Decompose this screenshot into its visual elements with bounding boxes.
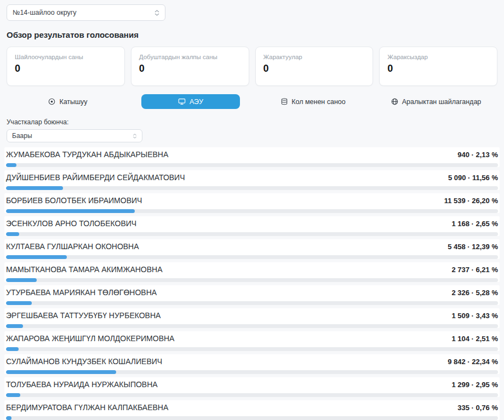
district-select[interactable]: №14-шайлоо округу — [7, 4, 165, 21]
candidate-row: МАМЫТКАНОВА ТАМАРА АКИМЖАНОВНА 2 737 · 6… — [4, 262, 500, 282]
candidate-result: 1 168 · 2,65 % — [451, 220, 498, 228]
candidate-name: СУЛАЙМАНОВ КУНДУЗБЕК КОШАЛИЕВИЧ — [6, 357, 162, 366]
candidate-bar-fill — [6, 209, 135, 213]
candidate-name: ТОЛУБАЕВА НУРАИДА НУРЖАКЫПОВНА — [6, 380, 158, 389]
candidate-bar-fill — [6, 347, 19, 351]
candidate-result: 335 · 0,76 % — [457, 404, 498, 412]
candidate-bar-fill — [6, 370, 116, 374]
candidate-name: ЭСЕНКУЛОВ АРНО ТОЛОБЕКОВИЧ — [6, 219, 136, 228]
candidate-bar-track — [6, 324, 498, 328]
candidate-name: БОРБИЕВ БОЛОТБЕК ИБРАИМОВИЧ — [6, 196, 142, 205]
select-chevrons-icon — [154, 10, 159, 16]
candidate-bar-track — [6, 232, 498, 236]
candidate-result: 940 · 2,13 % — [457, 151, 498, 159]
candidate-bar-track — [6, 416, 498, 420]
candidate-row: ЖУМАБЕКОВА ТУРДУКАН АБДЫКАРЫЕВНА 940 · 2… — [4, 147, 500, 167]
tab-turnout[interactable]: Катышуу — [7, 94, 129, 109]
candidate-bar-track — [6, 209, 498, 213]
precinct-filter-label: Участкалар боюнча: — [7, 118, 504, 126]
stat-value: 0 — [15, 63, 117, 74]
monitor-icon — [178, 98, 186, 105]
candidate-result: 5 458 · 12,39 % — [448, 243, 498, 251]
candidate-result: 1 509 · 3,43 % — [451, 312, 498, 320]
candidate-result: 2 326 · 5,28 % — [451, 289, 498, 297]
candidate-bar-fill — [6, 163, 16, 167]
page-title: Обзор результатов голосования — [7, 30, 504, 39]
select-chevrons-icon — [133, 134, 137, 139]
candidate-bar-fill — [6, 232, 19, 236]
tab-label: Катышуу — [59, 98, 87, 106]
stat-label: Добуштардын жалпы саны — [139, 54, 241, 60]
candidate-name: ЭРГЕШБАЕВА ТАТТУУБҮБҮ НУРБЕКОВНА — [6, 311, 161, 320]
globe-icon — [391, 98, 398, 105]
precinct-select[interactable]: Баары — [7, 129, 142, 142]
candidate-result: 2 737 · 6,21 % — [451, 266, 498, 274]
candidate-bar-fill — [6, 186, 63, 190]
candidate-bar-track — [6, 370, 498, 374]
candidate-name: КУЛТАЕВА ГУЛШАРКАН ОКОНОВНА — [6, 242, 139, 251]
candidate-row: ЖАПАРОВА ЖЕҢИШГҮЛ МОЛДОКЕРИМОВНА 1 104 ·… — [4, 331, 500, 351]
page: №14-шайлоо округу Обзор результатов голо… — [0, 4, 504, 420]
tab-aeu[interactable]: АЭУ — [141, 94, 239, 109]
tab-label: Аралыктан шайлагандар — [402, 98, 482, 106]
tab-remote-voters[interactable]: Аралыктан шайлагандар — [375, 94, 497, 109]
precinct-select-value: Баары — [12, 132, 32, 140]
candidate-bar-fill — [6, 278, 37, 282]
candidate-row: ДУЙШЕНБИЕВ РАЙИМБЕРДИ СЕЙДАКМАТОВИЧ 5 09… — [4, 170, 500, 190]
stat-value: 0 — [387, 63, 489, 74]
candidate-bar-track — [6, 393, 498, 397]
stat-label: Шайлоочулардын саны — [15, 54, 117, 60]
tabs: Катышуу АЭУ Кол менен саноо Аралыктан ша… — [7, 94, 497, 109]
turnout-icon — [48, 98, 55, 105]
candidate-row: ТОЛУБАЕВА НУРАИДА НУРЖАКЫПОВНА 1 299 · 2… — [4, 377, 500, 397]
candidate-bar-track — [6, 278, 498, 282]
candidate-name: МАМЫТКАНОВА ТАМАРА АКИМЖАНОВНА — [6, 265, 163, 274]
candidate-name: БЕРДИМУРАТОВА ГҮЛЖАН КАЛПАКБАЕВНА — [6, 403, 168, 412]
stat-cards: Шайлоочулардын саны 0 Добуштардын жалпы … — [7, 47, 497, 86]
candidate-row: ЭРГЕШБАЕВА ТАТТУУБҮБҮ НУРБЕКОВНА 1 509 ·… — [4, 308, 500, 328]
candidate-bar-track — [6, 163, 498, 167]
candidate-result: 11 539 · 26,20 % — [444, 197, 498, 205]
stat-card-voters: Шайлоочулардын саны 0 — [7, 47, 125, 86]
candidate-name: ЖАПАРОВА ЖЕҢИШГҮЛ МОЛДОКЕРИМОВНА — [6, 334, 174, 343]
candidate-row: БОРБИЕВ БОЛОТБЕК ИБРАИМОВИЧ 11 539 · 26,… — [4, 193, 500, 213]
district-select-value: №14-шайлоо округу — [13, 9, 77, 16]
candidate-row: ЭСЕНКУЛОВ АРНО ТОЛОБЕКОВИЧ 1 168 · 2,65 … — [4, 216, 500, 236]
candidate-bar-fill — [6, 393, 20, 397]
candidate-row: УТУРБАЕВА МАРИЯКАН ТӨЛӨГӨНОВНА 2 326 · 5… — [4, 285, 500, 305]
candidate-row: КУЛТАЕВА ГУЛШАРКАН ОКОНОВНА 5 458 · 12,3… — [4, 239, 500, 259]
candidate-bar-track — [6, 186, 498, 190]
candidate-name: ЖУМАБЕКОВА ТУРДУКАН АБДЫКАРЫЕВНА — [6, 150, 168, 159]
stat-value: 0 — [139, 63, 241, 74]
candidate-result: 1 104 · 2,51 % — [451, 335, 498, 343]
stat-label: Жарактуулар — [264, 54, 365, 60]
tab-manual-count[interactable]: Кол менен саноо — [252, 94, 375, 109]
candidate-row: СУЛАЙМАНОВ КУНДУЗБЕК КОШАЛИЕВИЧ 9 842 · … — [4, 354, 500, 374]
candidate-bar-fill — [6, 324, 23, 328]
candidate-bar-fill — [6, 301, 32, 305]
candidate-result: 9 842 · 22,34 % — [448, 358, 498, 366]
candidate-row: БЕРДИМУРАТОВА ГҮЛЖАН КАЛПАКБАЕВНА 335 · … — [4, 400, 500, 420]
candidate-bar-track — [6, 255, 498, 259]
candidate-result: 5 090 · 11,56 % — [448, 174, 498, 182]
candidate-bar-fill — [6, 416, 12, 420]
stat-card-invalid: Жараксыздар 0 — [379, 47, 497, 86]
candidates-list: ЖУМАБЕКОВА ТУРДУКАН АБДЫКАРЫЕВНА 940 · 2… — [4, 147, 500, 420]
candidate-bar-fill — [6, 255, 67, 259]
candidate-name: ДУЙШЕНБИЕВ РАЙИМБЕРДИ СЕЙДАКМАТОВИЧ — [6, 173, 185, 182]
candidate-bar-track — [6, 347, 498, 351]
stat-card-valid: Жарактуулар 0 — [255, 47, 374, 86]
stat-value: 0 — [264, 63, 365, 74]
tab-label: Кол менен саноо — [291, 98, 346, 106]
manual-count-icon — [281, 98, 288, 105]
candidate-result: 1 299 · 2,95 % — [451, 381, 498, 389]
tab-label: АЭУ — [190, 98, 203, 106]
candidate-bar-track — [6, 301, 498, 305]
stat-card-total-votes: Добуштардын жалпы саны 0 — [131, 47, 249, 86]
candidate-name: УТУРБАЕВА МАРИЯКАН ТӨЛӨГӨНОВНА — [6, 288, 157, 297]
stat-label: Жараксыздар — [387, 54, 489, 60]
